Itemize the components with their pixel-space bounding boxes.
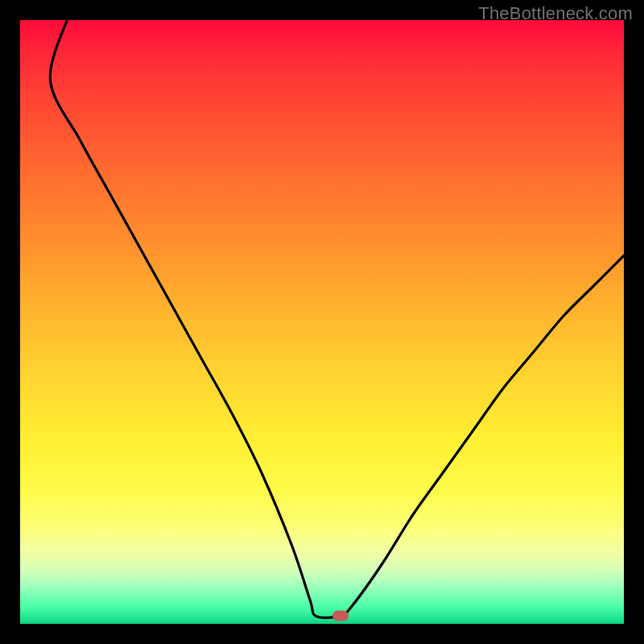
optimal-point-marker — [332, 611, 349, 621]
watermark-text: TheBottleneck.com — [478, 3, 633, 24]
plot-area — [20, 20, 624, 624]
chart-frame: TheBottleneck.com — [0, 0, 644, 644]
bottleneck-curve — [20, 20, 624, 624]
